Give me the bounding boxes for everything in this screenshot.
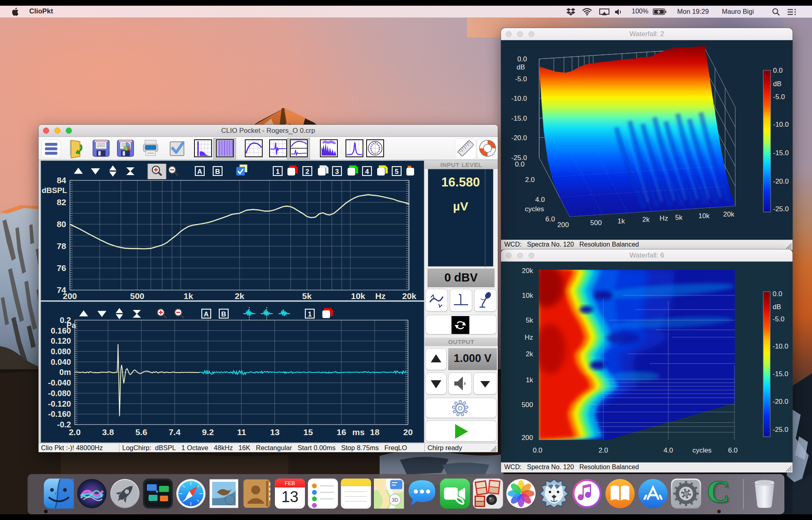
svg-text:4: 4 bbox=[365, 168, 369, 176]
svg-text:5k: 5k bbox=[675, 214, 682, 221]
svg-text:dB: dB bbox=[516, 63, 525, 71]
svg-text:80: 80 bbox=[57, 219, 66, 229]
svg-text:16: 16 bbox=[337, 427, 346, 437]
svg-text:20: 20 bbox=[403, 427, 412, 437]
svg-text:2k: 2k bbox=[526, 350, 533, 358]
svg-text:A: A bbox=[204, 310, 209, 318]
svg-text:2k: 2k bbox=[642, 216, 650, 223]
svg-text:200: 200 bbox=[557, 221, 569, 229]
svg-text:1: 1 bbox=[308, 310, 311, 318]
svg-text:A: A bbox=[197, 168, 202, 176]
svg-text:cycles: cycles bbox=[692, 446, 711, 454]
svg-text:11: 11 bbox=[237, 427, 246, 437]
svg-text:B: B bbox=[215, 168, 220, 176]
svg-text:9.2: 9.2 bbox=[202, 427, 214, 437]
svg-text:82: 82 bbox=[57, 197, 66, 207]
svg-text:15: 15 bbox=[303, 427, 313, 437]
svg-text:1: 1 bbox=[276, 168, 279, 176]
svg-text:-5.0: -5.0 bbox=[773, 315, 784, 323]
svg-text:500: 500 bbox=[522, 401, 533, 409]
svg-text:6.0: 6.0 bbox=[728, 446, 738, 454]
svg-text:-20.0: -20.0 bbox=[773, 398, 788, 405]
svg-text:500: 500 bbox=[130, 291, 144, 301]
svg-text:-0.040: -0.040 bbox=[48, 378, 71, 387]
svg-text:5: 5 bbox=[395, 168, 398, 176]
svg-text:6.0: 6.0 bbox=[545, 215, 555, 223]
svg-text:5.6: 5.6 bbox=[135, 427, 147, 437]
svg-text:10k: 10k bbox=[351, 291, 365, 301]
svg-text:-10.0: -10.0 bbox=[511, 95, 527, 102]
svg-text:2.0: 2.0 bbox=[598, 446, 608, 454]
svg-text:4.0: 4.0 bbox=[535, 196, 545, 204]
svg-text:C: C bbox=[707, 474, 730, 509]
svg-text:ms: ms bbox=[352, 427, 365, 437]
svg-text:20k: 20k bbox=[522, 267, 533, 275]
svg-text:0.080: 0.080 bbox=[51, 347, 71, 356]
svg-text:0.0: 0.0 bbox=[773, 290, 782, 298]
svg-text:0.120: 0.120 bbox=[51, 336, 71, 345]
svg-text:FEB: FEB bbox=[285, 480, 295, 486]
svg-text:2: 2 bbox=[305, 168, 309, 176]
svg-text:200: 200 bbox=[522, 434, 533, 442]
svg-text:dB: dB bbox=[773, 80, 782, 88]
svg-text:dBSPL: dBSPL bbox=[42, 186, 67, 195]
svg-text:0.040: 0.040 bbox=[51, 358, 71, 366]
svg-text:0m: 0m bbox=[59, 368, 71, 377]
svg-text:1k: 1k bbox=[184, 291, 193, 301]
svg-text:-15.0: -15.0 bbox=[773, 149, 789, 157]
svg-text:3.8: 3.8 bbox=[102, 427, 114, 437]
svg-text:3D: 3D bbox=[392, 497, 398, 503]
svg-text:Hz: Hz bbox=[525, 334, 533, 341]
svg-text:-0.160: -0.160 bbox=[48, 410, 71, 418]
svg-text:2.0: 2.0 bbox=[69, 427, 80, 437]
svg-text:200: 200 bbox=[63, 291, 77, 301]
svg-text:dB: dB bbox=[773, 303, 781, 311]
svg-text:Hz: Hz bbox=[660, 214, 668, 222]
svg-text:-15.0: -15.0 bbox=[511, 115, 527, 122]
svg-text:2.0: 2.0 bbox=[525, 176, 535, 184]
svg-text:18: 18 bbox=[370, 427, 380, 437]
svg-text:13: 13 bbox=[270, 427, 279, 437]
svg-text:0.0: 0.0 bbox=[515, 160, 525, 168]
svg-text:500: 500 bbox=[590, 219, 602, 227]
svg-text:-10.0: -10.0 bbox=[773, 121, 789, 128]
svg-text:0.0: 0.0 bbox=[517, 55, 527, 63]
svg-text:7.4: 7.4 bbox=[168, 427, 181, 437]
svg-text:4.0: 4.0 bbox=[663, 446, 673, 454]
svg-text:Pa: Pa bbox=[67, 321, 76, 329]
svg-text:1k: 1k bbox=[618, 217, 625, 225]
svg-text:B: B bbox=[221, 310, 226, 318]
svg-text:20k: 20k bbox=[723, 210, 734, 218]
svg-text:0.0: 0.0 bbox=[773, 67, 783, 74]
svg-text:-5.0: -5.0 bbox=[515, 75, 527, 83]
svg-text:76: 76 bbox=[57, 263, 66, 273]
svg-text:-20.0: -20.0 bbox=[773, 178, 789, 185]
svg-text:-10.0: -10.0 bbox=[773, 342, 788, 350]
svg-text:-25.0: -25.0 bbox=[773, 426, 788, 433]
svg-text:13: 13 bbox=[281, 488, 298, 505]
svg-text:2k: 2k bbox=[235, 291, 244, 301]
svg-text:20k: 20k bbox=[402, 291, 416, 301]
svg-text:-25.0: -25.0 bbox=[773, 205, 789, 213]
svg-text:0.0: 0.0 bbox=[533, 446, 542, 454]
svg-text:5k: 5k bbox=[302, 291, 312, 301]
svg-text:10k: 10k bbox=[522, 292, 533, 299]
svg-text:-20.0: -20.0 bbox=[511, 134, 527, 142]
svg-text:5k: 5k bbox=[526, 316, 533, 324]
svg-text:78: 78 bbox=[57, 241, 67, 251]
svg-text:-0.080: -0.080 bbox=[48, 389, 71, 398]
svg-text:10k: 10k bbox=[698, 212, 710, 220]
svg-text:-0.120: -0.120 bbox=[48, 399, 71, 408]
svg-text:-5.0: -5.0 bbox=[773, 93, 785, 101]
svg-text:3: 3 bbox=[335, 168, 339, 176]
svg-text:-15.0: -15.0 bbox=[773, 370, 788, 378]
svg-text:cycles: cycles bbox=[525, 205, 544, 213]
svg-text:1k: 1k bbox=[526, 376, 533, 384]
svg-text:Hz: Hz bbox=[375, 291, 386, 301]
